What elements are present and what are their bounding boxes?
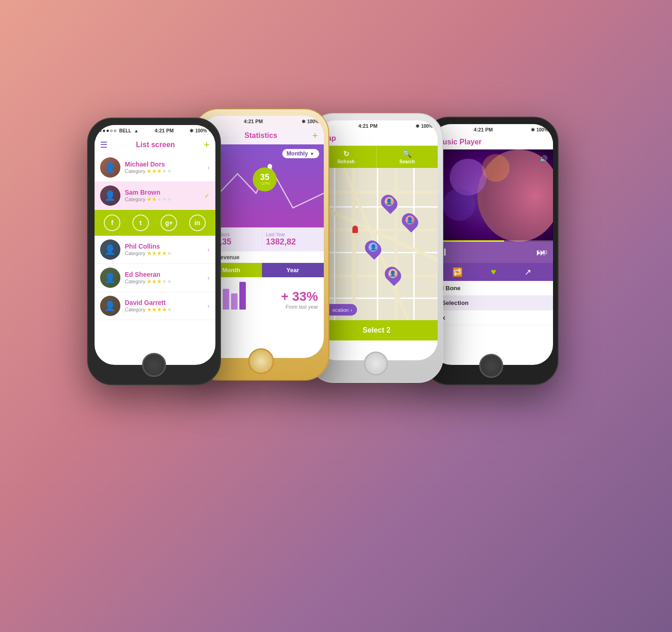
status-bar-3: 4:21 PM ✱ 100%	[316, 120, 438, 131]
percent-big: + 33%	[281, 289, 318, 304]
music-controls: ⏸ ⏭ 5:40	[431, 242, 553, 263]
refresh-icon: ↻	[343, 149, 349, 158]
time: 4:21 PM	[155, 128, 174, 133]
phones-container: BELL ▲ 4:21 PM ✱ 100% ▪ ☰ List screen +	[59, 62, 613, 570]
select-btn[interactable]: Select 2	[316, 320, 438, 340]
svg-point-7	[443, 189, 475, 221]
bluetooth-icon-2: ✱	[302, 119, 305, 124]
stats-col-year: Last Year 1382,82	[266, 232, 318, 247]
volume-bar[interactable]: 🔊	[540, 155, 547, 162]
name-ed: Ed Sheeran	[125, 271, 206, 278]
location-label: ocation	[333, 307, 349, 313]
retweet-icon[interactable]: 🔁	[452, 267, 463, 277]
list-screen-header: ☰ List screen +	[95, 136, 215, 154]
twitter-btn[interactable]: t	[132, 215, 149, 231]
stars-michael: ★★★	[147, 168, 162, 174]
track-list: nd Bone b Selection nix	[431, 281, 553, 325]
battery-text-3: 100%	[421, 124, 433, 129]
add-icon[interactable]: +	[204, 139, 210, 151]
hamburger-icon[interactable]: ☰	[100, 140, 107, 150]
name-michael: Michael Dors	[125, 161, 206, 168]
stats-add[interactable]: +	[312, 130, 318, 142]
battery-2: ✱ 100%	[302, 119, 319, 124]
name-sam: Sam Brown	[125, 189, 202, 196]
map-pin-3[interactable]: 👤	[367, 241, 380, 256]
category-phil: Category ★★★★★	[125, 250, 206, 256]
chevron-phil: ›	[208, 246, 210, 253]
list-item-david[interactable]: 👤 David Garrett Category ★★★★★ ›	[95, 292, 215, 320]
linkedin-btn[interactable]: in	[189, 215, 206, 231]
track-time: 5:40	[537, 250, 547, 255]
map-area: 👤 👤 👤	[316, 168, 438, 320]
list-info-phil: Phil Collins Category ★★★★★	[125, 243, 206, 256]
map-nav: ↻ Refresh 🔍 Search	[316, 146, 438, 168]
track-title-3: nix	[437, 314, 547, 321]
avatar-david: 👤	[100, 296, 120, 316]
chevron-michael: ›	[208, 164, 210, 171]
list-info-michael: Michael Dors Category ★★★★★	[125, 161, 206, 174]
category-sam: Category ★★★★★	[125, 196, 202, 203]
track-title-1: nd Bone	[437, 285, 547, 292]
search-label: Search	[399, 159, 415, 164]
map-pin-2[interactable]: 👤	[404, 214, 416, 229]
tab-year[interactable]: Year	[262, 263, 324, 277]
battery: ✱ 100% ▪	[190, 128, 210, 133]
stars-david: ★★★★	[147, 306, 167, 313]
music-header: Music Player	[431, 135, 553, 149]
svg-point-6	[482, 154, 510, 182]
chevron-david: ›	[208, 302, 210, 310]
chevron-location: ›	[351, 307, 352, 313]
name-phil: Phil Collins	[125, 243, 206, 250]
google-plus-btn[interactable]: g+	[161, 215, 177, 231]
home-button-2[interactable]	[248, 348, 274, 374]
chart-bubble: 35 ↑27%	[253, 167, 277, 191]
list-item-phil[interactable]: 👤 Phil Collins Category ★★★★★ ›	[95, 236, 215, 264]
home-button-3[interactable]	[364, 352, 388, 376]
map-pin-red	[352, 226, 358, 233]
carrier: BELL ▲	[99, 128, 139, 133]
home-button-4[interactable]	[479, 354, 503, 378]
track-item-2[interactable]: b Selection	[431, 296, 553, 310]
list-item-ed[interactable]: 👤 Ed Sheeran Category ★★★★★ ›	[95, 264, 215, 292]
bubble-sub: ↑27%	[260, 181, 270, 186]
map-pin-4[interactable]: 👤	[387, 267, 399, 283]
category-david: Category ★★★★★	[125, 306, 206, 313]
bluetooth-icon-4: ✱	[531, 127, 535, 132]
battery-icon: ▪	[209, 128, 211, 133]
list-info-sam: Sam Brown Category ★★★★★	[125, 189, 202, 203]
list-info-ed: Ed Sheeran Category ★★★★★	[125, 271, 206, 285]
phone-list-screen: BELL ▲ 4:21 PM ✱ 100% ▪ ☰ List screen +	[87, 118, 221, 385]
refresh-label: Refresh	[338, 159, 355, 164]
avatar-ed: 👤	[100, 268, 120, 288]
track-title-2: b Selection	[437, 299, 547, 306]
chevron-down-sam: ✓	[204, 192, 210, 199]
avatar-phil: 👤	[100, 239, 120, 260]
facebook-btn[interactable]: f	[104, 215, 120, 231]
track-item-1[interactable]: nd Bone	[431, 281, 553, 296]
status-bar-2: 4:21 PM ✱ 100%	[201, 116, 324, 127]
search-btn[interactable]: 🔍 Search	[377, 146, 438, 168]
bluetooth-icon-3: ✱	[416, 124, 419, 129]
battery-text: 100%	[195, 128, 207, 133]
stars-sam: ★★	[147, 196, 157, 203]
share-icon[interactable]: ↗	[524, 267, 531, 277]
battery-text-4: 100%	[536, 127, 548, 132]
status-bar-4: 4:21 PM ✱ 100%	[431, 124, 553, 135]
battery-4: ✱ 100%	[531, 127, 548, 132]
album-art: 🔊	[431, 149, 553, 242]
heart-btn[interactable]: ♥	[491, 267, 496, 277]
name-david: David Garrett	[125, 299, 206, 306]
stars-ed: ★★★	[147, 278, 162, 285]
list-item-expanded[interactable]: 👤 Sam Brown Category ★★★★★ ✓	[95, 182, 215, 210]
time-3: 4:21 PM	[358, 123, 378, 129]
carrier-text: BELL	[119, 128, 131, 133]
time-2: 4:21 PM	[244, 119, 263, 124]
list-screen-title: List screen	[107, 141, 204, 149]
map-pin-1[interactable]: 👤	[383, 195, 396, 211]
home-button-1[interactable]	[142, 353, 166, 377]
avatar-sam: 👤	[100, 185, 120, 206]
list-item[interactable]: 👤 Michael Dors Category ★★★★★ ›	[95, 154, 215, 182]
social-bar: f t g+ in	[95, 210, 215, 236]
percent-sub: From last year	[285, 304, 318, 310]
track-item-3[interactable]: nix	[431, 310, 553, 325]
